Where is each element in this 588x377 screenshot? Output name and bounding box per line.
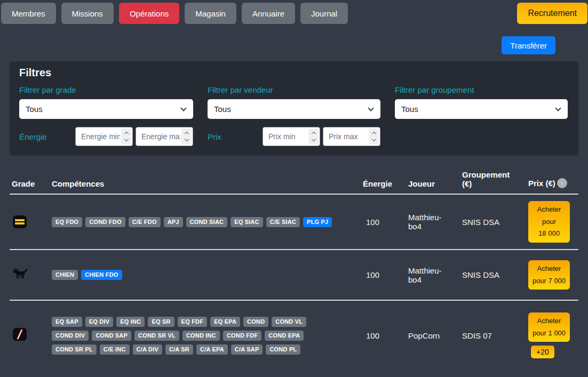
transfer-button[interactable]: Transférer (502, 36, 555, 54)
skill-badge: COND SIAC (186, 217, 228, 227)
group-name: SNIS DSA (462, 270, 528, 279)
group-name: SDIS 07 (462, 331, 528, 340)
grade-filter: Filtrer par grade Tous (19, 85, 193, 119)
table-row: EQ SAPEQ DIVEQ INCEQ SREQ FDFEQ EPACONDC… (10, 301, 578, 370)
price-min-input[interactable] (263, 127, 308, 146)
energy-filter-label: Énergie (19, 132, 47, 141)
skill-badge: CHIEN FDO (81, 270, 122, 280)
skill-badge: C/A EPA (196, 344, 228, 355)
energy-value: 100 (363, 331, 408, 340)
table-row: CHIENCHIEN FDO100Matthieu-bo4SNIS DSAAch… (10, 250, 578, 301)
energy-value: 100 (363, 270, 408, 279)
recruitment-button[interactable]: Recrutement (517, 3, 587, 24)
energy-max-field (136, 127, 193, 146)
number-spinner[interactable] (121, 129, 131, 145)
number-spinner[interactable] (308, 129, 319, 145)
grade-filter-label: Filtrer par grade (19, 85, 193, 94)
spinner-down-icon[interactable] (371, 137, 376, 141)
skill-badge: C/E SIAC (266, 217, 300, 227)
header-energy: Énergie (363, 179, 408, 188)
skill-badge: EQ DIV (85, 317, 114, 327)
skill-badge: EQ SR (148, 317, 174, 327)
skill-badge: COND VL (272, 317, 306, 327)
price-filter-label: Prix (208, 132, 221, 141)
price-cell: Acheter pour 7 000 (528, 257, 578, 293)
skills-cell: EQ FDOCOND FDOC/E FDOAPJCOND SIACEQ SIAC… (52, 217, 363, 227)
filters-title: Filtres (19, 67, 569, 79)
skill-badge: CHIEN (52, 270, 78, 280)
header-group: Groupement (€) (462, 170, 528, 188)
skill-badge: C/E FDO (129, 217, 161, 227)
header-price: Prix (€) ↑ (528, 178, 578, 188)
spinner-down-icon[interactable] (311, 137, 315, 141)
spinner-up-icon[interactable] (124, 132, 128, 136)
buy-button[interactable]: Acheter pour 1 000 (528, 312, 570, 342)
nav-tab-journal[interactable]: Journal (300, 3, 348, 24)
skill-badge: C/A DIV (133, 344, 162, 355)
skill-badge: C/E INC (100, 344, 130, 355)
skill-badge: EQ FDF (178, 317, 208, 327)
energy-min-field (75, 127, 133, 146)
vendor-filter: Filtrer par vendeur Tous (208, 85, 380, 119)
sort-ascending-icon[interactable]: ↑ (557, 178, 567, 188)
price-max-field (323, 127, 380, 146)
grade-cell (10, 328, 52, 343)
nav-tab-missions[interactable]: Missions (61, 3, 114, 24)
energy-filter: Énergie (19, 127, 193, 146)
buy-button[interactable]: Acheter pour 18 000 (528, 201, 570, 243)
skill-badge: COND INC (182, 331, 220, 341)
header-player: Joueur (408, 179, 462, 188)
energy-min-input[interactable] (76, 127, 121, 146)
main-nav: MembresMissionsOpérationsMagasinAnnuaire… (1, 3, 587, 24)
rank-diagonal-stripe-icon (13, 328, 27, 341)
player-name: Matthieu-bo4 (408, 213, 462, 231)
nav-tab-operations[interactable]: Opérations (119, 3, 179, 24)
more-offers-badge[interactable]: +20 (531, 346, 554, 358)
energy-value: 100 (363, 218, 408, 227)
number-spinner[interactable] (181, 129, 192, 145)
skill-badge: PLG PJ (303, 217, 332, 227)
skill-badge: EQ SAP (52, 317, 82, 327)
price-filter: Prix (208, 127, 380, 146)
spinner-up-icon[interactable] (311, 132, 315, 136)
grade-filter-select[interactable]: Tous (19, 99, 193, 119)
skill-badge: COND SR PL (52, 344, 97, 355)
grade-cell (10, 267, 52, 283)
skill-badge: EQ SIAC (231, 217, 263, 227)
spinner-down-icon[interactable] (184, 137, 188, 141)
skill-badge: EQ FDO (52, 217, 82, 227)
skill-badge: COND PL (266, 344, 300, 355)
header-skills: Compétences (52, 179, 363, 188)
market-table-body: EQ FDOCOND FDOC/E FDOAPJCOND SIACEQ SIAC… (10, 195, 578, 370)
nav-tab-membres[interactable]: Membres (1, 3, 56, 24)
price-min-field (263, 127, 320, 146)
skill-badge: COND FDF (223, 331, 261, 341)
vendor-filter-label: Filtrer par vendeur (208, 85, 380, 94)
header-price-label: Prix (€) (528, 179, 555, 188)
dog-icon (13, 267, 29, 280)
market-table: Grade Compétences Énergie Joueur Groupem… (10, 165, 578, 370)
header-grade: Grade (10, 179, 52, 188)
vendor-filter-select[interactable]: Tous (208, 99, 380, 119)
nav-tab-magasin[interactable]: Magasin (185, 3, 236, 24)
skill-badge: COND DIV (52, 331, 89, 341)
group-filter-label: Filtrer par groupement (395, 85, 568, 94)
spinner-down-icon[interactable] (124, 137, 128, 141)
number-spinner[interactable] (369, 129, 379, 145)
energy-max-input[interactable] (136, 127, 181, 146)
spinner-up-icon[interactable] (184, 132, 188, 136)
skill-badge: COND (243, 317, 268, 327)
grade-cell (10, 215, 52, 228)
skill-badge: C/A SR (165, 344, 193, 355)
group-name: SNIS DSA (462, 218, 528, 227)
price-max-input[interactable] (323, 127, 369, 146)
spinner-up-icon[interactable] (371, 132, 376, 136)
group-filter-select[interactable]: Tous (395, 99, 568, 119)
skill-badge: EQ INC (116, 317, 145, 327)
buy-button[interactable]: Acheter pour 7 000 (528, 260, 570, 290)
table-row: EQ FDOCOND FDOC/E FDOAPJCOND SIACEQ SIAC… (10, 195, 578, 250)
nav-tab-annuaire[interactable]: Annuaire (242, 3, 295, 24)
price-cell: Acheter pour 1 000+20 (528, 309, 578, 362)
rank-two-stripes-icon (13, 215, 27, 228)
skill-badge: COND EPA (265, 331, 304, 341)
